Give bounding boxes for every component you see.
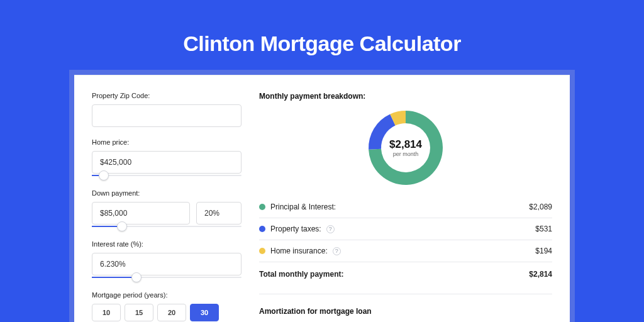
legend-label: Property taxes:	[270, 225, 321, 233]
legend-row: Home insurance:?$194	[259, 240, 552, 262]
home-price-label: Home price:	[92, 138, 242, 146]
legend-row: Principal & Interest:$2,089	[259, 196, 552, 218]
breakdown-column: Monthly payment breakdown: $2,814 per mo…	[259, 92, 552, 322]
down-payment-label: Down payment:	[92, 189, 242, 197]
donut-center-sub: per month	[393, 151, 419, 157]
legend-value: $531	[535, 225, 552, 233]
period-label: Mortgage period (years):	[92, 291, 242, 299]
home-price-group: Home price:	[92, 138, 242, 178]
breakdown-title: Monthly payment breakdown:	[259, 92, 552, 101]
period-option-10[interactable]: 10	[92, 304, 121, 321]
interest-group: Interest rate (%):	[92, 240, 242, 280]
info-icon[interactable]: ?	[326, 225, 335, 233]
info-icon[interactable]: ?	[333, 247, 341, 255]
down-payment-percent-input[interactable]	[196, 202, 242, 225]
down-payment-group: Down payment:	[92, 189, 242, 229]
form-column: Property Zip Code: Home price: Down paym…	[92, 92, 242, 322]
donut-center-amount: $2,814	[389, 138, 422, 151]
period-option-30[interactable]: 30	[190, 304, 219, 321]
home-price-input[interactable]	[92, 151, 242, 174]
period-option-15[interactable]: 15	[125, 304, 153, 321]
legend-value: $2,089	[529, 203, 552, 211]
zip-label: Property Zip Code:	[92, 92, 242, 99]
calculator-panel: Property Zip Code: Home price: Down paym…	[74, 75, 570, 322]
legend-dot-blue	[259, 226, 265, 232]
legend-dot-yellow	[259, 248, 265, 254]
legend-total-row: Total monthly payment:$2,814	[259, 262, 552, 287]
period-option-20[interactable]: 20	[157, 304, 186, 321]
donut-chart: $2,814 per month	[259, 109, 552, 186]
period-group: Mortgage period (years): 10152030	[92, 291, 242, 321]
legend-value: $194	[535, 247, 552, 255]
interest-input[interactable]	[92, 253, 242, 275]
zip-group: Property Zip Code:	[92, 92, 242, 127]
home-price-slider[interactable]	[92, 173, 242, 178]
legend-total-value: $2,814	[529, 270, 552, 279]
legend-dot-green	[259, 204, 265, 210]
interest-slider[interactable]	[92, 275, 242, 280]
legend-list: Principal & Interest:$2,089Property taxe…	[259, 196, 552, 287]
legend-total-label: Total monthly payment:	[259, 270, 343, 279]
zip-input[interactable]	[92, 104, 242, 127]
legend-label: Principal & Interest:	[270, 203, 336, 211]
legend-label: Home insurance:	[270, 247, 328, 255]
down-payment-slider[interactable]	[92, 224, 242, 229]
legend-row: Property taxes:?$531	[259, 218, 552, 240]
amortization-title: Amortization for mortgage loan	[259, 294, 552, 316]
page-title: Clinton Mortgage Calculator	[0, 31, 644, 56]
interest-label: Interest rate (%):	[92, 240, 242, 248]
down-payment-input[interactable]	[92, 202, 190, 225]
